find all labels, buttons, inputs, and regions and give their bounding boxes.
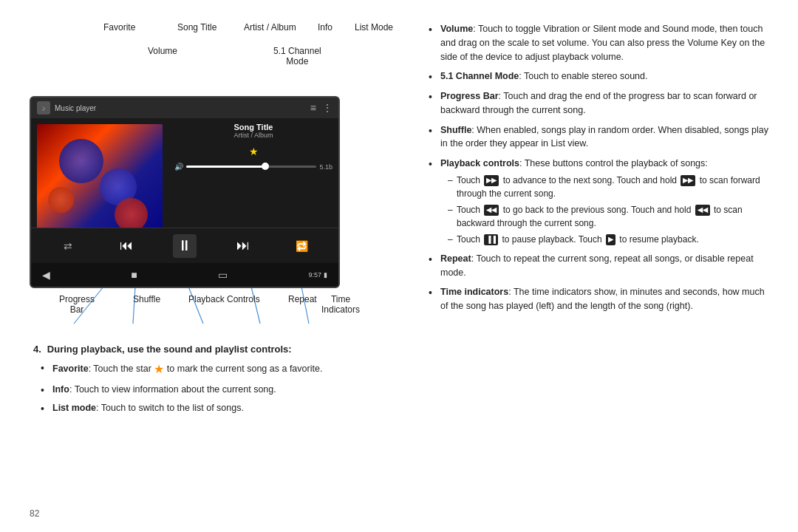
- term-volume: Volume: [440, 24, 473, 34]
- recents-button[interactable]: ▭: [218, 269, 228, 281]
- step-number: 4.: [33, 344, 41, 355]
- star-rating[interactable]: ★: [174, 146, 332, 157]
- right-bullet-time-indicators: Time indicators: The time indicators sho…: [429, 285, 768, 313]
- step4-bullet-list: Favorite: Touch the star ★ to mark the c…: [33, 361, 399, 415]
- repeat-button[interactable]: 🔁: [290, 234, 313, 258]
- page-number: 82: [30, 508, 39, 519]
- label-list-mode: List Mode: [355, 22, 393, 33]
- next-icon-inline: ▶▶: [484, 175, 499, 187]
- screen-app-title: Music player: [55, 104, 96, 112]
- play-pause-button[interactable]: ⏸: [173, 234, 197, 258]
- album-circle-3: [48, 187, 74, 213]
- header-icon-1[interactable]: ≡: [310, 102, 316, 114]
- right-bullet-volume: Volume: Touch to toggle Vibration or Sil…: [429, 22, 768, 64]
- right-column: Volume: Touch to toggle Vibration or Sil…: [414, 22, 768, 517]
- page: Favorite Song Title Artist / Album Info …: [0, 0, 798, 532]
- controls-bar: ⇄ ⏮ ⏸ ⏭ 🔁: [31, 228, 338, 263]
- screen-header-left: ♪ Music player: [37, 101, 96, 115]
- device-screen: ♪ Music player ≡ ⋮: [30, 96, 340, 288]
- shuffle-button[interactable]: ⇄: [56, 234, 80, 258]
- sub-bullet-prev: Touch ◀◀ to go back to the previous song…: [448, 203, 768, 230]
- right-bullet-progress-bar: Progress Bar: Touch and drag the end of …: [429, 89, 768, 117]
- screen-header: ♪ Music player ≡ ⋮: [31, 98, 338, 118]
- header-icon-2[interactable]: ⋮: [322, 102, 332, 114]
- labels-above-device: Favorite Song Title Artist / Album Info …: [74, 22, 399, 96]
- volume-fill: [186, 166, 265, 168]
- label-time-indicators: TimeIndicators: [321, 294, 360, 315]
- volume-bar: 🔊 5.1b: [174, 163, 332, 171]
- back-button[interactable]: ◀: [42, 269, 50, 281]
- time-display: 9:57: [308, 271, 321, 279]
- label-artist-album: Artist / Album: [244, 22, 296, 33]
- right-bullet-repeat: Repeat: Touch to repeat the current song…: [429, 252, 768, 280]
- next-button[interactable]: ⏭: [231, 234, 255, 258]
- bullet-list-mode: List mode: Touch to switch to the list o…: [41, 401, 399, 415]
- label-volume: Volume: [148, 46, 177, 56]
- label-playback-controls: Playback Controls: [188, 294, 260, 304]
- album-circle-2: [100, 168, 137, 205]
- sub-bullet-pause: Touch ▐▐ to pause playback. Touch ▶ to r…: [448, 233, 768, 246]
- channel-label: 5.1b: [319, 163, 332, 171]
- labels-below-device: ProgressBar Shuffle Playback Controls Re…: [44, 294, 340, 335]
- label-progress-bar: ProgressBar: [59, 294, 95, 315]
- prev-hold-icon-inline: ◀◀: [695, 205, 710, 216]
- star-icon: ★: [154, 363, 164, 375]
- battery-icon: ▮: [324, 271, 327, 279]
- right-bullet-shuffle: Shuffle: When enabled, songs play in ran…: [429, 123, 768, 151]
- prev-button[interactable]: ⏮: [115, 234, 138, 258]
- device-container: ♪ Music player ≡ ⋮: [30, 96, 340, 335]
- right-bullet-51-channel: 5.1 Channel Mode: Touch to enable stereo…: [429, 69, 768, 83]
- artist-album-screen: Artist / Album: [174, 132, 332, 139]
- term-favorite: Favorite: [52, 364, 89, 374]
- playback-sub-list: Touch ▶▶ to advance to the next song. To…: [440, 174, 768, 246]
- next-hold-icon-inline: ▶▶: [681, 175, 695, 187]
- term-time-indicators: Time indicators: [440, 287, 508, 297]
- bullet-info: Info: Touch to view information about th…: [41, 383, 399, 397]
- left-column: Favorite Song Title Artist / Album Info …: [30, 22, 414, 517]
- volume-thumb: [262, 163, 269, 170]
- term-repeat: Repeat: [440, 253, 471, 264]
- music-app-icon: ♪: [37, 101, 50, 115]
- label-favorite: Favorite: [103, 22, 135, 33]
- song-info: Song Title Artist / Album: [174, 123, 332, 139]
- label-51-channel: 5.1 Channel Mode: [273, 46, 321, 66]
- term-progress-bar: Progress Bar: [440, 91, 499, 101]
- song-title-screen: Song Title: [174, 123, 332, 132]
- label-shuffle: Shuffle: [133, 294, 160, 304]
- term-shuffle: Shuffle: [440, 125, 471, 135]
- bullet-favorite: Favorite: Touch the star ★ to mark the c…: [41, 361, 399, 378]
- play-icon-inline: ▶: [606, 234, 615, 246]
- step-header: 4. During playback, use the sound and pl…: [33, 344, 399, 355]
- label-repeat: Repeat: [288, 294, 317, 304]
- volume-icon: 🔊: [174, 163, 183, 171]
- label-song-title: Song Title: [177, 22, 216, 33]
- status-bar-right: 9:57 ▮: [308, 271, 327, 279]
- volume-track[interactable]: [186, 166, 316, 168]
- right-bullet-list: Volume: Touch to toggle Vibration or Sil…: [429, 22, 768, 313]
- nav-bar: ◀ ■ ▭ 9:57 ▮: [31, 263, 338, 287]
- prev-icon-inline: ◀◀: [484, 205, 499, 216]
- screen-header-right: ≡ ⋮: [310, 102, 332, 114]
- label-info: Info: [318, 22, 332, 33]
- step-text: During playback, use the sound and playl…: [47, 344, 292, 355]
- term-51-channel: 5.1 Channel Mode: [440, 71, 519, 81]
- term-info: Info: [52, 384, 69, 395]
- step-section: 4. During playback, use the sound and pl…: [30, 344, 399, 415]
- term-list-mode: List mode: [52, 403, 96, 413]
- term-playback-controls: Playback controls: [440, 158, 519, 168]
- sub-bullet-next: Touch ▶▶ to advance to the next song. To…: [448, 174, 768, 200]
- pause-icon-inline: ▐▐: [484, 234, 498, 246]
- home-button[interactable]: ■: [131, 269, 137, 281]
- right-bullet-playback-controls: Playback controls: These buttons control…: [429, 157, 768, 246]
